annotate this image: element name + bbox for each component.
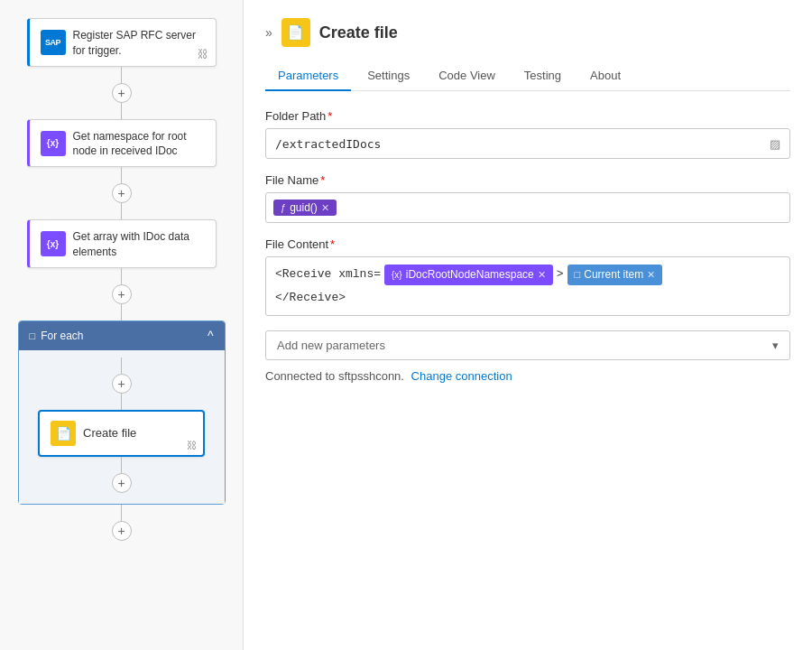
guid-token-close[interactable]: ✕	[321, 202, 329, 214]
idoc-namespace-label: iDocRootNodeNamespace	[406, 266, 534, 283]
line-bottom-1	[121, 505, 122, 521]
file-content-group: File Content * <Receive xmlns= {x} iDocR…	[265, 237, 790, 316]
panel-icon-symbol: 📄	[287, 24, 304, 41]
token-icon-x: {x}	[392, 268, 402, 283]
tab-settings[interactable]: Settings	[355, 61, 422, 91]
folder-path-icon: ▨	[770, 137, 780, 151]
file-name-label: File Name *	[265, 173, 790, 187]
content-row-1: <Receive xmlns= {x} iDocRootNodeNamespac…	[275, 265, 780, 285]
line-inner-3	[121, 457, 122, 473]
folder-path-label: Folder Path *	[265, 109, 790, 123]
guid-token-label: guid()	[290, 201, 318, 214]
tab-parameters[interactable]: Parameters	[265, 61, 351, 91]
line-3	[121, 167, 122, 183]
receive-close-text: </Receive>	[275, 289, 346, 308]
folder-path-group: Folder Path * /extractedIDocs ▨	[265, 109, 790, 159]
file-name-input[interactable]: ƒ guid() ✕	[265, 192, 790, 223]
add-button-2[interactable]: +	[112, 183, 132, 203]
get-namespace-text: Get namespace for root node in received …	[73, 129, 205, 160]
create-file-node[interactable]: 📄 Create file ⛓	[38, 410, 205, 457]
line-inner-1	[121, 358, 122, 374]
add-params-dropdown[interactable]: Add new parameters ▾	[265, 330, 790, 360]
current-item-close[interactable]: ✕	[647, 267, 655, 283]
tabs: Parameters Settings Code View Testing Ab…	[265, 61, 790, 91]
connector-3: +	[112, 268, 132, 320]
namespace-icon: {x}	[41, 131, 66, 156]
tab-codeview[interactable]: Code View	[426, 61, 508, 91]
file-name-group: File Name * ƒ guid() ✕	[265, 173, 790, 223]
flow-container: SAP Register SAP RFC server for trigger.…	[9, 18, 234, 541]
guid-token[interactable]: ƒ guid() ✕	[273, 200, 337, 216]
current-item-token[interactable]: □ Current item ✕	[567, 265, 663, 285]
create-file-label: Create file	[83, 426, 136, 440]
register-sap-text: Register SAP RFC server for trigger.	[73, 28, 205, 59]
panel-icon: 📄	[281, 18, 310, 47]
tab-about[interactable]: About	[577, 61, 633, 91]
sap-icon: SAP	[41, 30, 66, 55]
content-row-2: </Receive>	[275, 289, 780, 308]
line-inner-2	[121, 394, 122, 410]
change-connection-link[interactable]: Change connection	[411, 369, 512, 383]
line-1	[121, 67, 122, 83]
current-item-label: Current item	[584, 266, 643, 283]
required-star-1: *	[328, 109, 332, 123]
expand-arrows[interactable]: »	[265, 25, 272, 40]
get-array-node[interactable]: {x} Get array with IDoc data elements	[27, 219, 217, 268]
connector-inner-top: +	[112, 358, 132, 410]
connection-name: sftpsshconn.	[338, 369, 404, 383]
connector-1: +	[112, 67, 132, 119]
add-button-3[interactable]: +	[112, 284, 132, 304]
foreach-header-left: □ For each	[30, 330, 84, 342]
get-array-text: Get array with IDoc data elements	[73, 229, 205, 260]
receive-open-text: <Receive xmlns=	[275, 265, 381, 284]
foreach-body: + 📄 Create file ⛓ +	[19, 350, 225, 504]
link-icon-sap: ⛓	[198, 48, 208, 60]
add-params-chevron: ▾	[772, 339, 779, 352]
array-icon: {x}	[41, 231, 66, 256]
register-sap-node[interactable]: SAP Register SAP RFC server for trigger.…	[27, 18, 217, 67]
required-star-3: *	[330, 237, 335, 251]
collapse-icon[interactable]: ^	[208, 329, 214, 343]
left-panel: SAP Register SAP RFC server for trigger.…	[0, 0, 244, 650]
panel-title: Create file	[319, 23, 398, 42]
idoc-namespace-token[interactable]: {x} iDocRootNodeNamespace ✕	[384, 265, 553, 285]
get-namespace-node[interactable]: {x} Get namespace for root node in recei…	[27, 119, 217, 168]
connector-inner-bottom: +	[112, 457, 132, 493]
foreach-container: □ For each ^ + 📄 Create file	[18, 320, 226, 505]
connection-info: Connected to sftpsshconn. Change connect…	[265, 369, 790, 383]
fx-icon: ƒ	[281, 202, 286, 213]
folder-path-value: /extractedIDocs	[275, 137, 381, 151]
file-content-label: File Content *	[265, 237, 790, 251]
panel-header: » 📄 Create file	[265, 18, 790, 47]
create-file-icon: 📄	[51, 421, 76, 446]
token-icon-square: □	[575, 267, 581, 283]
line-5	[121, 268, 122, 284]
connection-prefix: Connected to	[265, 369, 335, 383]
foreach-square-icon: □	[30, 330, 36, 341]
link-icon-file: ⛓	[187, 440, 197, 450]
file-content-input[interactable]: <Receive xmlns= {x} iDocRootNodeNamespac…	[265, 256, 790, 316]
right-panel: » 📄 Create file Parameters Settings Code…	[244, 0, 812, 650]
line-4	[121, 203, 122, 219]
add-params-label: Add new parameters	[277, 339, 385, 352]
add-button-bottom[interactable]: +	[112, 521, 132, 541]
line-2	[121, 103, 122, 119]
add-button-inner[interactable]: +	[112, 374, 132, 394]
foreach-label: For each	[41, 330, 83, 342]
idoc-namespace-close[interactable]: ✕	[538, 267, 546, 283]
connector-2: +	[112, 167, 132, 219]
folder-path-input[interactable]: /extractedIDocs ▨	[265, 128, 790, 159]
foreach-header[interactable]: □ For each ^	[19, 321, 225, 350]
greater-than-text: >	[557, 265, 564, 284]
tab-testing[interactable]: Testing	[512, 61, 574, 91]
add-button-bottom-inner[interactable]: +	[112, 473, 132, 493]
connector-bottom: +	[112, 505, 132, 541]
line-6	[121, 304, 122, 320]
required-star-2: *	[320, 173, 325, 187]
add-button-1[interactable]: +	[112, 83, 132, 103]
